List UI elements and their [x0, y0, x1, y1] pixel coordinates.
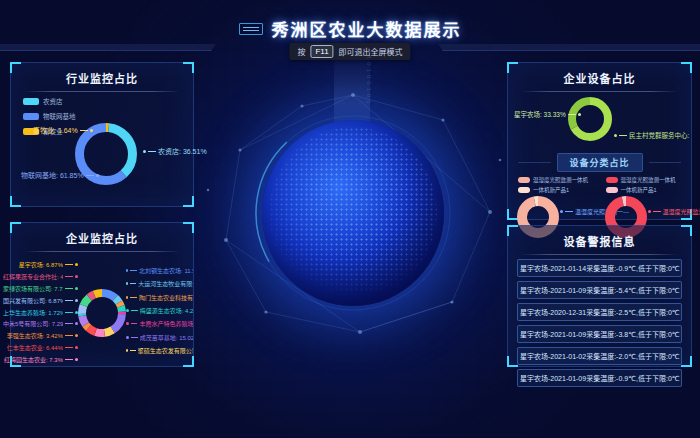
- title-divider: [521, 254, 678, 255]
- chart-label: 陶门生态农业科技有限公: [126, 293, 193, 302]
- chart-label: 星宇农场: 33.33%: [514, 109, 581, 119]
- chart-label: 聚硕生态农发有限公司: 6.879: [126, 346, 193, 355]
- chart-label: 家绿农场有限公司: 7.72%: [3, 284, 78, 293]
- corner-decoration: [183, 196, 194, 207]
- alarm-row[interactable]: 星宇农场-2021-01-09采集温度:-0.9℃,低于下限:0℃: [517, 369, 682, 387]
- enterprise-left-labels: 星宇农场: 6.87% 红辉果蔬专业合作社: 4.72% 家绿农场有限公司: 7…: [16, 259, 78, 367]
- brand-logo: [239, 23, 263, 35]
- legend-swatch: [518, 177, 530, 183]
- chart-label: 民主村党群服务中心:: [614, 130, 689, 140]
- chart-label: 红辉果蔬专业合作社: 4.72%: [3, 272, 78, 281]
- chart-label: 畜牧业: 1.64%: [33, 125, 93, 135]
- chart-label: 国兴发有限公司: 6.87%: [3, 296, 78, 305]
- chart-label: 物联网基地: 61.85%: [21, 170, 99, 180]
- legend-item[interactable]: 温湿度光照监测一体机: [518, 176, 600, 184]
- header: 秀洲区农业大数据展示: [0, 16, 700, 41]
- class-left-legend: 温湿度光照监测一体机 一体机新产品1: [512, 176, 600, 194]
- alarm-row[interactable]: 星宇农场-2021-01-02采集温度:-2.0℃,低于下限:0℃: [517, 347, 682, 365]
- legend-item[interactable]: 一体机新产品1: [518, 186, 600, 194]
- corner-decoration: [681, 356, 692, 367]
- corner-decoration: [681, 62, 692, 73]
- panel-industry-monitor: 行业监控占比 农资店 物联网基地 畜牧业 畜牧业: 1.64农资店: 36.51…: [10, 62, 194, 207]
- corner-decoration: [507, 225, 518, 236]
- corner-decoration: [10, 356, 21, 367]
- chart-label: 成茂苗草基地: 15.02%: [126, 333, 193, 342]
- page-title: 秀洲区农业大数据展示: [272, 16, 462, 41]
- legend-item[interactable]: 一体机新产品1: [606, 186, 688, 194]
- legend-swatch: [518, 187, 530, 193]
- legend-item[interactable]: 物联网基地: [23, 111, 76, 121]
- panel-title-device: 企业设备占比: [508, 70, 691, 86]
- legend-item[interactable]: 温湿度光照监测一体机: [606, 176, 688, 184]
- header-decoration-left: [0, 44, 216, 51]
- badge-line: [649, 162, 682, 163]
- chart-label: 中禾5号有限公司: 7.29%: [3, 319, 78, 328]
- chart-label: 仁丰生态农业: 6.44%: [7, 343, 78, 352]
- corner-decoration: [507, 62, 518, 73]
- legend-item[interactable]: 农资店: [23, 96, 76, 106]
- device-donut-chart[interactable]: 民主村党群服务中心: 66.67星宇农场: 33.33: [568, 97, 612, 141]
- chart-label: 梅盛源生态农场: 4.299: [126, 306, 193, 315]
- binary-rain-decoration: 10100101: [366, 56, 372, 107]
- tooltip-prefix: 按: [297, 46, 305, 57]
- chart-label: 丰霞水产特色养殖场: 1.: [126, 319, 193, 328]
- f11-key-badge: F11: [310, 45, 333, 58]
- corner-decoration: [10, 62, 21, 73]
- panel-title-enterprise: 企业监控占比: [11, 230, 193, 246]
- panel-device-ratio: 企业设备占比 民主村党群服务中心: 66.67星宇农场: 33.33 星宇农场:…: [507, 62, 692, 220]
- panel-title-industry: 行业监控占比: [11, 70, 193, 86]
- chart-label: 李强生态农场: 3.42%: [7, 331, 78, 340]
- corner-decoration: [10, 196, 21, 207]
- enterprise-donut-chart[interactable]: 北刘钢生态农场: 11.56大运河生态牧业有限责任公司: 4.5陶门生态农业科技…: [78, 289, 126, 337]
- enterprise-right-labels: 北刘钢生态农场: 11.56% 大运河生态牧业有限责任公 陶门生态农业科技有限公…: [126, 259, 193, 367]
- class-right-legend: 温湿度光照监测一体机 一体机新产品1: [600, 176, 688, 194]
- corner-decoration: [183, 62, 194, 73]
- device-class-title: 设备分类占比: [557, 153, 643, 172]
- alarm-row[interactable]: 星宇农场-2021-01-09采集温度:-3.8℃,低于下限:0℃: [517, 325, 682, 343]
- header-decoration-right: [438, 44, 700, 51]
- corner-decoration: [183, 222, 194, 233]
- corner-decoration: [10, 222, 21, 233]
- corner-decoration: [507, 356, 518, 367]
- legend-swatch: [23, 113, 39, 120]
- globe-visualization: [262, 120, 444, 306]
- chart-label: 星宇农场: 6.87%: [19, 260, 78, 269]
- dashboard: 秀洲区农业大数据展示 按 F11 即可退出全屏模式 10100101 行业监控占…: [0, 0, 700, 438]
- legend-swatch: [606, 187, 618, 193]
- legend-swatch: [23, 98, 39, 105]
- chart-label: 温湿度光照监测一—: [648, 207, 700, 216]
- corner-decoration: [681, 225, 692, 236]
- panel-title-alarms: 设备警报信息: [508, 233, 691, 249]
- panel-device-alarms: 设备警报信息 星宇农场-2021-01-14采集温度:-0.9℃,低于下限:0℃…: [507, 225, 692, 367]
- chart-label: 大运河生态牧业有限责任公: [126, 279, 193, 288]
- title-divider: [24, 91, 180, 92]
- globe-dot-map: [269, 127, 437, 299]
- chart-label: 农资店: 36.51%: [143, 146, 207, 156]
- badge-line: [518, 162, 551, 163]
- device-class-header: 设备分类占比: [508, 153, 691, 172]
- alarm-row[interactable]: 星宇农场-2021-01-14采集温度:-0.9℃,低于下限:0℃: [517, 259, 682, 277]
- legend-swatch: [606, 177, 618, 183]
- fullscreen-tooltip: 按 F11 即可退出全屏模式: [289, 43, 410, 60]
- chart-label: 北刘钢生态农场: 11.56%: [126, 266, 193, 275]
- corner-decoration: [183, 356, 194, 367]
- alarm-row[interactable]: 星宇农场-2020-12-31采集温度:-2.5℃,低于下限:0℃: [517, 303, 682, 321]
- alarm-row[interactable]: 星宇农场-2021-01-09采集温度:-5.4℃,低于下限:0℃: [517, 281, 682, 299]
- panel-enterprise-monitor: 企业监控占比 星宇农场: 6.87% 红辉果蔬专业合作社: 4.72% 家绿农场…: [10, 222, 194, 367]
- chart-label: 上华生态养殖场: 1.72%: [3, 308, 78, 317]
